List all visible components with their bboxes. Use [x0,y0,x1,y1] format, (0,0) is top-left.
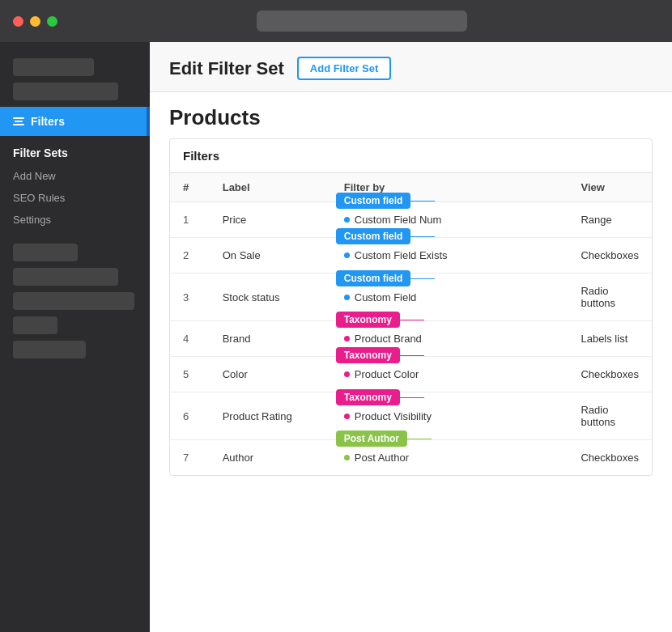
filter-type-badge: Custom field [336,270,411,286]
cell-filterby: Post AuthorPost Author [331,440,568,476]
sidebar-placeholder-2 [13,83,118,100]
sidebar-item-filter-sets[interactable]: Filter Sets [0,141,150,165]
sidebar-placeholder-5 [13,292,134,310]
connector-line [407,439,432,439]
sidebar-placeholder-7 [13,341,86,358]
cell-view: Range [568,202,652,238]
filters-section: Filters # Label Filter by View 1PriceCus… [169,138,653,476]
cell-label: Stock status [210,274,331,321]
connector-line [400,355,424,356]
cell-view: Radio buttons [568,392,652,440]
cell-view: Checkboxes [568,238,652,274]
filter-dot [344,217,350,223]
connector-line [410,278,435,279]
sidebar-item-add-new[interactable]: Add New [0,165,150,187]
filter-by-text: Post Author [355,452,409,464]
filter-table: # Label Filter by View 1PriceCustom fiel… [170,173,652,475]
url-bar[interactable] [257,11,467,32]
page-header: Edit Filter Set Add Filter Set [150,42,672,92]
cell-num: 4 [170,321,210,357]
sidebar-placeholder-1 [13,58,94,76]
filter-dot [344,336,350,341]
cell-filterby: Custom fieldCustom Field Exists [331,238,568,274]
page-title: Edit Filter Set [169,58,284,79]
sidebar-item-seo-rules[interactable]: SEO Rules [0,187,150,209]
main-inner: Edit Filter Set Add Filter Set Products … [150,42,672,632]
sidebar-placeholder-3 [13,244,78,261]
filter-by-text: Custom Field [355,291,417,303]
filter-type-badge: Taxonomy [336,347,400,363]
cell-view: Radio buttons [568,274,652,321]
app-layout: Filters Filter Sets Add New SEO Rules Se… [0,42,672,632]
cell-num: 2 [170,238,210,274]
minimize-button[interactable] [30,16,40,27]
sidebar-placeholder-6 [13,316,57,334]
products-title: Products [169,105,653,138]
sidebar-item-filters-label: Filters [31,115,65,128]
table-row: 5ColorTaxonomyProduct ColorCheckboxes [170,357,652,392]
cell-label: Color [210,357,331,392]
filter-by-text: Product Color [355,368,419,380]
cell-view: Checkboxes [568,357,652,392]
close-button[interactable] [13,16,23,27]
cell-label: Brand [210,321,331,357]
filters-section-title: Filters [170,139,652,173]
cell-num: 1 [170,202,210,238]
cell-num: 6 [170,392,210,440]
table-row: 2On SaleCustom fieldCustom Field ExistsC… [170,238,652,274]
cell-view: Labels list [568,321,652,357]
filter-type-badge: Post Author [336,431,407,447]
cell-filterby: TaxonomyProduct Color [331,357,568,392]
sidebar-item-filters[interactable]: Filters [0,107,150,136]
products-section: Products [150,92,672,138]
sidebar-placeholder-4 [13,268,118,286]
connector-line [400,397,424,398]
filter-type-badge: Taxonomy [336,389,400,405]
filter-by-text: Custom Field Exists [355,249,448,261]
filter-by-text: Product Brand [355,333,422,345]
table-row: 7AuthorPost AuthorPost AuthorCheckboxes [170,440,652,476]
cell-view: Checkboxes [568,440,652,476]
cell-num: 7 [170,440,210,476]
cell-num: 5 [170,357,210,392]
col-header-label: Label [210,173,331,202]
connector-line [410,236,435,237]
filter-by-text: Product Visibility [355,410,432,422]
main-content: Edit Filter Set Add Filter Set Products … [150,42,672,632]
filter-type-badge: Custom field [336,228,411,244]
filter-dot [344,295,350,300]
filter-type-badge: Taxonomy [336,312,400,328]
col-header-num: # [170,173,210,202]
cell-label: Author [210,440,331,476]
sidebar: Filters Filter Sets Add New SEO Rules Se… [0,42,150,632]
maximize-button[interactable] [47,16,57,27]
add-filter-set-button[interactable]: Add Filter Set [297,57,392,80]
filter-type-badge: Custom field [336,193,411,209]
cell-num: 3 [170,274,210,321]
filter-dot [344,371,350,377]
filters-icon [13,117,24,125]
filter-dot [344,414,350,419]
filter-dot [344,252,350,258]
connector-line [410,201,435,201]
sidebar-item-settings[interactable]: Settings [0,209,150,231]
connector-line [400,320,424,320]
col-header-view: View [568,173,652,202]
cell-label: Price [210,202,331,238]
filter-by-text: Custom Field Num [355,214,442,226]
cell-label: Product Rating [210,392,331,440]
filter-dot [344,455,350,460]
cell-label: On Sale [210,238,331,274]
title-bar [0,0,672,42]
